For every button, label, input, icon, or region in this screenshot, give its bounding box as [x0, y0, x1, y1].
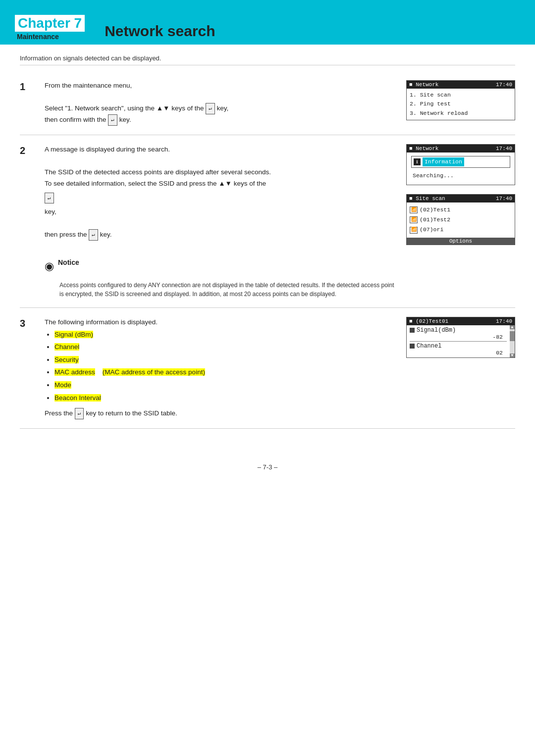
- screen-2b-ssid1: (02)Test1: [420, 205, 450, 214]
- chapter-block: Chapter 7 Maintenance: [15, 15, 85, 45]
- screen-2b-time: 17:40: [496, 196, 512, 202]
- scroll-up-arrow[interactable]: ▲: [510, 325, 515, 329]
- screen-2b-item3: 📶 (07)ori: [410, 225, 512, 234]
- screen-2b-header: ■ Site scan 17:40: [407, 195, 515, 202]
- highlight-mode: Mode: [54, 381, 71, 389]
- step2-enter-key: ↵: [45, 193, 54, 204]
- screen-3-signal-sq: [410, 328, 415, 333]
- step-1-content: From the maintenance menu, Select "1. Ne…: [45, 80, 396, 126]
- step-2: 2 A message is displayed during the sear…: [20, 135, 515, 308]
- screen-3-header: ■ (02)Test01 17:40: [407, 317, 515, 325]
- step-3: 3 The following information is displayed…: [20, 308, 515, 429]
- screen-2a: ■ Network 17:40 i Information Searching.…: [406, 144, 515, 185]
- notice-box: ◉ Notice: [45, 257, 396, 275]
- screen-3: ■ (02)Test01 17:40 Signal(dBm) -82: [406, 317, 515, 358]
- step2-line2: The SSID of the detected access points a…: [45, 167, 396, 178]
- screen-3-time: 17:40: [496, 318, 512, 324]
- step3-line1: The following information is displayed.: [45, 317, 396, 328]
- step3-bullet-list: Signal (dBm) Channel Security MAC addres…: [45, 328, 396, 404]
- screen-3-channel-sq: [410, 344, 415, 349]
- screen-3-channel-label: Channel: [417, 343, 441, 350]
- screen-1-time: 17:40: [496, 82, 512, 88]
- confirm-key-icon: ↵: [108, 114, 117, 126]
- notice-title: Notice: [58, 257, 79, 269]
- screen-1-item-3: 3. Network reload: [410, 109, 512, 118]
- page-number: – 7-3 –: [258, 463, 277, 471]
- chapter-subtitle: Maintenance: [15, 33, 85, 41]
- screen-1-header: ■ Network 17:40: [407, 81, 515, 89]
- intro-text: Information on signals detected can be d…: [20, 54, 515, 65]
- bullet-mode: Mode: [54, 379, 396, 392]
- page-footer: – 7-3 –: [0, 463, 535, 481]
- screen-1: ■ Network 17:40 1. Site scan 2. Ping tes…: [406, 80, 515, 120]
- arrow-keys-icon: ▲▼: [157, 104, 170, 112]
- screen-2b-ssid3: (07)ori: [420, 225, 443, 234]
- screen-3-channel-row: Channel: [410, 343, 507, 350]
- screen-2a-dot: ■ Network: [409, 146, 438, 151]
- screen-2b-item1: 📶 (02)Test1: [410, 205, 512, 214]
- step2-key-label: key,: [45, 206, 396, 218]
- screen-2b-ssid2: (01)Test2: [420, 215, 450, 224]
- scrollbar-track: ▲ ▼: [510, 325, 515, 357]
- step2-line1: A message is displayed during the search…: [45, 144, 396, 155]
- bullet-signal: Signal (dBm): [54, 328, 396, 341]
- screen-2a-time: 17:40: [496, 146, 512, 151]
- screen-2b-options: Options: [407, 238, 515, 245]
- screen-1-item-2: 2. Ping test: [410, 100, 512, 108]
- notice-text: Access points configured to deny ANY con…: [59, 281, 396, 299]
- scroll-down-arrow[interactable]: ▼: [510, 353, 515, 357]
- info-icon: i: [414, 158, 421, 165]
- signal-icon-1: 📶: [410, 206, 418, 213]
- signal-icon-3: 📶: [410, 227, 418, 234]
- screen-1-dot: ■ Network: [409, 82, 438, 88]
- chapter-title: Chapter 7: [15, 15, 85, 32]
- screen-3-body-wrap: Signal(dBm) -82 Channel 02 ▲: [407, 325, 515, 357]
- enter-key-icon: ↵: [206, 103, 215, 114]
- step2-confirm-key: ↵: [89, 229, 98, 241]
- step2-line3: To see detailed information, select the …: [45, 178, 396, 190]
- step3-footer: Press the ↵ key to return to the SSID ta…: [45, 408, 396, 419]
- signal-icon-2: 📶: [410, 216, 418, 223]
- step1-line3: then confirm with the ↵ key.: [45, 114, 396, 126]
- page-header: Chapter 7 Maintenance Network search: [0, 0, 535, 45]
- main-content: Information on signals detected can be d…: [0, 45, 535, 449]
- step-1-screen: ■ Network 17:40 1. Site scan 2. Ping tes…: [406, 80, 515, 126]
- highlight-beacon: Beacon Interval: [54, 394, 101, 402]
- screen-1-item-1: 1. Site scan: [410, 91, 512, 100]
- step-number-2: 2: [20, 144, 35, 299]
- notice-spiral-icon: ◉: [45, 257, 54, 275]
- step-2-content: A message is displayed during the search…: [45, 144, 396, 299]
- bullet-mac: MAC address (MAC address of the access p…: [54, 366, 396, 379]
- screen-2b-dot: ■ Site scan: [409, 196, 445, 202]
- screen-3-dot: ■ (02)Test01: [409, 318, 448, 324]
- screen-3-channel-value: 02: [410, 350, 507, 356]
- screen-3-row1: Signal(dBm) -82 Channel 02: [407, 325, 510, 357]
- screen-2a-body: i Information Searching...: [407, 152, 515, 185]
- step-2-screens: ■ Network 17:40 i Information Searching.…: [406, 144, 515, 299]
- screen-2a-info: i Information: [411, 156, 510, 168]
- screen-3-signal-row: Signal(dBm): [410, 327, 507, 334]
- screen-3-body: Signal(dBm) -82 Channel 02: [407, 325, 510, 357]
- highlight-signal: Signal (dBm): [54, 331, 93, 338]
- screen-2b: ■ Site scan 17:40 📶 (02)Test1 📶 (01)Test…: [406, 194, 515, 245]
- screen-2a-info-label: Information: [423, 157, 464, 166]
- step2-line5: then press the ↵ key.: [45, 229, 396, 241]
- step1-line1: From the maintenance menu,: [45, 80, 396, 92]
- highlight-mac: MAC address: [54, 368, 95, 376]
- step1-line2: Select "1. Network search", using the ▲▼…: [45, 103, 396, 114]
- highlight-security: Security: [54, 356, 79, 363]
- step3-return-key: ↵: [75, 408, 84, 419]
- step-3-content: The following information is displayed. …: [45, 317, 396, 420]
- step2-key-block: ↵: [45, 193, 396, 204]
- bullet-security: Security: [54, 353, 396, 366]
- highlight-mac-note: (MAC address of the access point): [103, 368, 205, 376]
- step-number-3: 3: [20, 317, 35, 420]
- screen-3-signal-label: Signal(dBm): [417, 327, 456, 334]
- step-3-screen: ■ (02)Test01 17:40 Signal(dBm) -82: [406, 317, 515, 420]
- screen-1-body: 1. Site scan 2. Ping test 3. Network rel…: [407, 89, 515, 120]
- step-1: 1 From the maintenance menu, Select "1. …: [20, 71, 515, 135]
- step-number-1: 1: [20, 80, 35, 126]
- bullet-channel: Channel: [54, 341, 396, 353]
- screen-2b-body: 📶 (02)Test1 📶 (01)Test2 📶 (07)ori: [407, 202, 515, 238]
- screen-2b-item2: 📶 (01)Test2: [410, 215, 512, 224]
